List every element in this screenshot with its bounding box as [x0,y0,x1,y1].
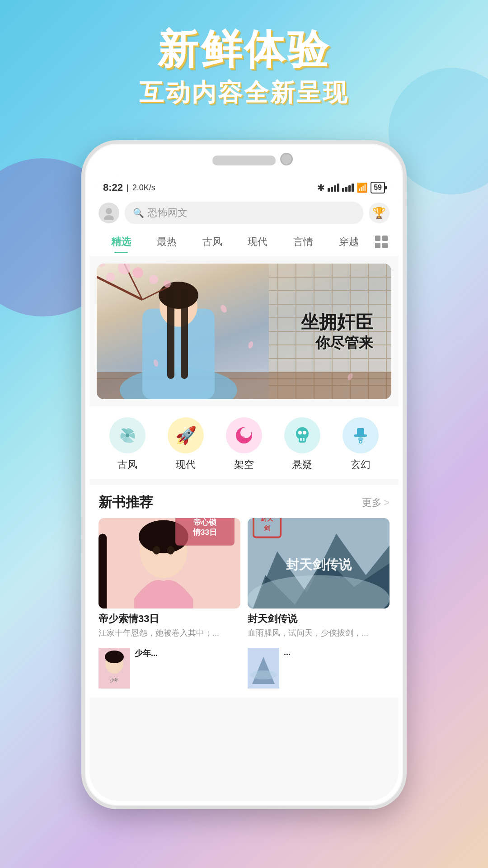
avatar-icon [102,206,116,220]
svg-text:情33日: 情33日 [192,528,217,537]
search-box[interactable]: 🔍 恐怖网文 [125,202,363,224]
status-speed: 2.0K/s [132,183,155,193]
genre-icons-section: 古风 🚀 现代 架空 [89,406,399,479]
status-separator: | [127,183,129,193]
genre-xiandai[interactable]: 🚀 现代 [168,417,204,472]
mini-cover-2 [248,648,279,689]
featured-banner[interactable]: 坐拥奸臣 你尽管来 [97,264,391,399]
svg-rect-49 [303,438,305,441]
books-grid: 帝心锁 情33日 帝少索情33日 江家十年恩怨，她被卷入其中；... [99,518,389,648]
battery-level: 59 [374,184,382,192]
genre-label-jiakong: 架空 [234,458,254,472]
svg-text:帝心锁: 帝心锁 [193,518,217,527]
tab-jingxuan[interactable]: 精选 [99,232,144,251]
genre-icon-jiakong [226,417,262,453]
svg-point-43 [239,436,245,442]
book-title-2: 封天剑传说 [248,612,389,626]
phone-outer: 8:22 | 2.0K/s ✱ [81,140,407,809]
tophat-icon [351,425,371,445]
new-books-section: 新书推荐 更多 > [89,485,399,698]
mini-book-card-1[interactable]: 少年 少年... [99,648,240,689]
svg-point-35 [98,264,105,267]
svg-text:少年: 少年 [110,678,119,683]
svg-point-53 [359,440,362,443]
svg-point-0 [106,208,112,214]
svg-point-46 [298,431,302,434]
book-info-1: 帝少索情33日 江家十年恩怨，她被卷入其中；... [99,609,240,641]
genre-icon-xiandai: 🚀 [168,417,204,453]
section-title: 新书推荐 [99,493,153,512]
more-button[interactable]: 更多 > [362,496,389,509]
book-cover-art-1: 帝心锁 情33日 [99,518,240,609]
svg-point-1 [104,215,114,220]
trophy-icon: 🏆 [372,207,386,219]
svg-point-33 [149,275,158,284]
genre-xuanyi[interactable]: 悬疑 [284,417,320,472]
mini-cover-art-1: 少年 [99,648,130,689]
svg-point-40 [126,434,129,437]
moon-icon [234,425,254,445]
section-header: 新书推荐 更多 > [99,485,389,518]
svg-point-44 [296,427,309,440]
fan-icon [117,425,137,445]
tab-gufeng[interactable]: 古风 [189,232,235,251]
tab-zuire[interactable]: 最热 [144,232,190,251]
skull-icon [292,425,312,445]
svg-rect-51 [357,428,364,436]
genre-gufeng[interactable]: 古风 [109,417,145,472]
hero-subtitle: 互动内容全新呈现 [0,76,488,109]
book-title-1: 帝少索情33日 [99,612,240,626]
more-label: 更多 [362,496,382,509]
wifi-icon: 📶 [357,182,368,193]
svg-rect-26 [181,288,188,379]
svg-rect-48 [300,438,302,441]
svg-text:剑: 剑 [263,524,270,532]
genre-jiakong[interactable]: 架空 [226,417,262,472]
book-card-2[interactable]: 封天 剑 封天剑传说 封天剑传说 血雨腥风，试问天，少侠拔剑，... [248,518,389,641]
svg-point-77 [250,670,277,679]
status-bar: 8:22 | 2.0K/s ✱ [89,175,399,197]
tab-xiandai[interactable]: 现代 [235,232,281,251]
svg-point-73 [105,651,124,663]
genre-label-gufeng: 古风 [117,458,137,472]
svg-point-58 [153,546,160,554]
svg-point-36 [219,304,228,314]
signal-icon-1 [328,184,339,192]
book-cover-1: 帝心锁 情33日 [99,518,240,609]
genre-icon-xuanhuan [343,417,379,453]
svg-point-47 [303,431,306,434]
book-info-2: 封天剑传说 血雨腥风，试问天，少侠拔剑，... [248,609,389,641]
svg-point-59 [167,546,174,554]
mini-cover-1: 少年 [99,648,130,689]
phone-camera [280,153,293,165]
book-card-1[interactable]: 帝心锁 情33日 帝少索情33日 江家十年恩怨，她被卷入其中；... [99,518,240,641]
svg-rect-45 [299,438,306,443]
svg-text:封天: 封天 [261,518,274,522]
search-area: 🔍 恐怖网文 🏆 [89,197,399,230]
category-tabs: 精选 最热 古风 现代 言情 穿越 [89,230,399,256]
phone-speaker [212,156,276,165]
phone-side-button-1 [403,279,407,304]
hero-section: 新鲜体验 互动内容全新呈现 [0,27,488,109]
category-grid-button[interactable] [373,234,389,250]
svg-rect-25 [167,288,174,379]
banner-title-line2: 你尽管来 [301,334,373,353]
banner-title-line1: 坐拥奸臣 [301,310,373,334]
svg-point-31 [106,273,115,282]
more-arrow-icon: > [384,497,389,509]
genre-label-xuanhuan: 玄幻 [351,458,371,472]
genre-icon-gufeng [109,417,145,453]
trophy-button[interactable]: 🏆 [369,203,389,223]
mini-cover-art-2 [248,648,279,689]
mini-title-2: ... [284,648,389,657]
tab-yanqing[interactable]: 言情 [281,232,326,251]
svg-text:封天剑传说: 封天剑传说 [286,557,352,572]
status-icons: ✱ 📶 [317,182,385,193]
status-time: 8:22 [103,182,123,193]
genre-xuanhuan[interactable]: 玄幻 [343,417,379,472]
books-row-2: 少年 少年... [99,648,389,698]
mini-book-card-2[interactable]: ... [248,648,389,689]
tab-chuanyue[interactable]: 穿越 [326,232,371,251]
user-avatar[interactable] [99,203,119,223]
book-desc-1: 江家十年恩怨，她被卷入其中；... [99,627,240,639]
